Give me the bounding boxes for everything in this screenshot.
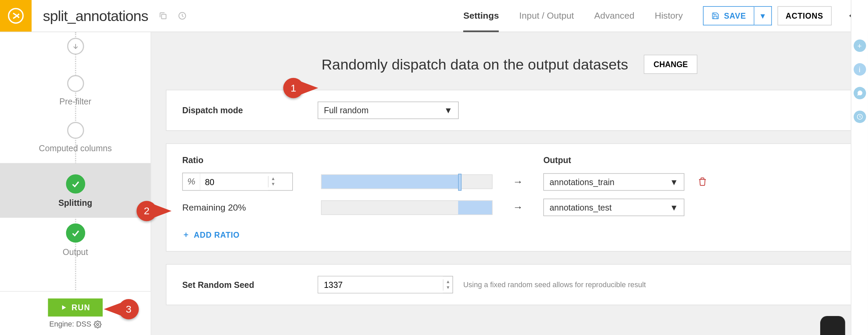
save-button[interactable]: SAVE xyxy=(703,6,755,25)
nav-label-output: Output xyxy=(0,247,151,257)
save-label: SAVE xyxy=(724,11,746,20)
ratio-input-group: % ▲▼ xyxy=(182,173,293,191)
add-ratio-button[interactable]: ＋ ADD RATIO xyxy=(182,230,239,240)
dispatch-mode-value: Full random xyxy=(324,105,369,115)
output-select-1[interactable]: annotations_train ▼ xyxy=(543,173,684,191)
nav-step-top[interactable] xyxy=(0,32,151,70)
trash-icon[interactable] xyxy=(698,177,707,186)
nav-label-prefilter: Pre-filter xyxy=(0,97,151,106)
chevron-down-icon: ▼ xyxy=(670,177,678,186)
check-icon xyxy=(66,174,85,194)
tab-history[interactable]: History xyxy=(655,0,683,32)
rail-plus-icon[interactable]: + xyxy=(853,39,866,52)
circle-icon xyxy=(67,122,84,139)
ratio-input[interactable] xyxy=(200,174,268,190)
spinner[interactable]: ▲▼ xyxy=(443,279,452,290)
tab-input-output[interactable]: Input / Output xyxy=(519,0,574,32)
percent-prefix: % xyxy=(183,173,200,190)
plus-icon: ＋ xyxy=(182,230,190,240)
output-2-value: annotations_test xyxy=(550,202,612,212)
svg-point-0 xyxy=(8,8,23,23)
check-icon xyxy=(66,223,85,243)
run-label: RUN xyxy=(72,303,90,312)
circle-icon xyxy=(67,75,84,92)
copy-icon[interactable] xyxy=(158,11,167,20)
chevron-down-icon: ▼ xyxy=(444,105,453,115)
change-button[interactable]: CHANGE xyxy=(644,55,697,74)
arrow-right-icon: → xyxy=(513,176,523,188)
bar-fill xyxy=(458,201,492,214)
seed-label: Set Random Seed xyxy=(182,280,317,289)
output-1-value: annotations_train xyxy=(550,177,615,186)
svg-marker-3 xyxy=(62,305,66,310)
nav-step-prefilter[interactable]: Pre-filter xyxy=(0,70,151,116)
recipe-title: split_annotations xyxy=(43,7,148,25)
bar-handle[interactable] xyxy=(458,174,461,191)
seed-input[interactable] xyxy=(318,276,443,293)
actions-button[interactable]: ACTIONS xyxy=(777,6,832,25)
nav-step-output[interactable]: Output xyxy=(0,218,151,267)
nav-label-computed: Computed columns xyxy=(0,143,151,153)
remaining-label: Remaining 20% xyxy=(182,199,293,216)
spinner[interactable]: ▲▼ xyxy=(268,176,278,187)
nav-step-computed[interactable]: Computed columns xyxy=(0,116,151,163)
nav-label-splitting: Splitting xyxy=(0,198,151,208)
page-title: Randomly dispatch data on the output dat… xyxy=(321,56,628,73)
callout-3: 3 xyxy=(118,299,139,319)
svg-rect-1 xyxy=(161,14,166,19)
dispatch-mode-select[interactable]: Full random ▼ xyxy=(318,102,459,119)
dispatch-mode-label: Dispatch mode xyxy=(182,105,317,115)
svg-point-4 xyxy=(96,323,98,325)
tab-advanced[interactable]: Advanced xyxy=(594,0,634,32)
callout-2: 2 xyxy=(137,201,157,221)
chevron-down-icon: ▼ xyxy=(670,202,678,212)
bar-fill xyxy=(321,175,458,189)
rail-info-icon[interactable]: i xyxy=(853,63,866,76)
gear-icon[interactable] xyxy=(94,320,101,328)
seed-helper: Using a fixed random seed allows for rep… xyxy=(463,280,646,289)
arrow-right-icon: → xyxy=(513,201,523,213)
output-select-2[interactable]: annotations_test ▼ xyxy=(543,199,684,216)
add-ratio-label: ADD RATIO xyxy=(194,230,240,239)
history-icon[interactable] xyxy=(178,11,187,20)
recipe-icon xyxy=(0,0,32,32)
save-dropdown-button[interactable]: ▼ xyxy=(754,6,771,25)
run-button[interactable]: RUN xyxy=(48,298,103,316)
rail-clock-icon[interactable] xyxy=(853,111,866,123)
rail-chat-icon[interactable] xyxy=(853,87,866,99)
down-arrow-icon xyxy=(67,38,84,55)
engine-label: Engine: DSS xyxy=(0,320,151,328)
chat-widget[interactable] xyxy=(820,316,845,335)
ratio-bar-1[interactable] xyxy=(321,174,493,189)
ratio-header: Ratio xyxy=(182,155,317,165)
ratio-bar-2 xyxy=(321,200,493,215)
nav-step-splitting[interactable]: Splitting xyxy=(0,163,151,218)
tab-settings[interactable]: Settings xyxy=(463,0,499,32)
callout-1: 1 xyxy=(283,78,303,98)
output-header: Output xyxy=(543,155,571,165)
